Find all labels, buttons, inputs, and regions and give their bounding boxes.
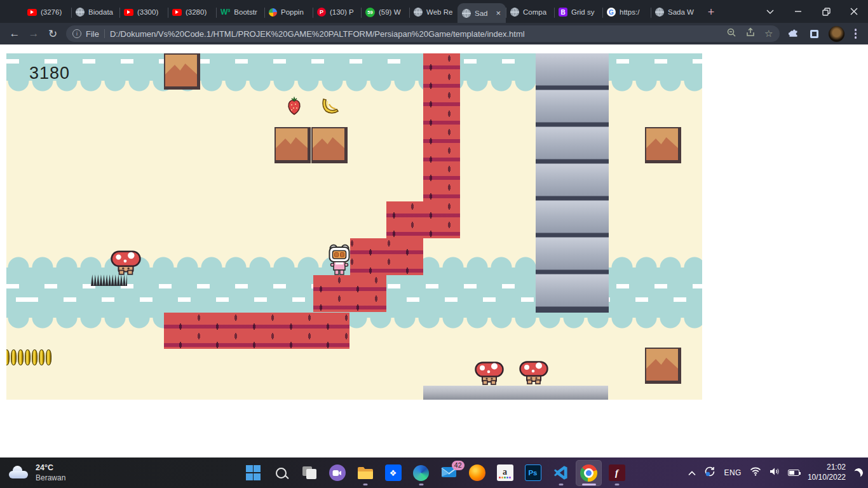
page-info-icon[interactable]: i xyxy=(72,29,81,38)
minimize-button[interactable] xyxy=(784,0,812,23)
mail-button[interactable]: 42 xyxy=(436,460,462,486)
windows-taskbar: 24°C Berawan ❖ 42 a xyxy=(0,458,868,488)
reload-button[interactable]: ↻ xyxy=(43,25,62,43)
start-button[interactable] xyxy=(240,460,266,486)
hidden-icons-chevron[interactable] xyxy=(688,467,696,478)
amazon-icon: a xyxy=(497,464,513,481)
chrome-button[interactable] xyxy=(576,460,602,486)
profile-avatar[interactable] xyxy=(829,26,844,42)
tab-youtube-3280[interactable]: (3280) xyxy=(168,1,216,23)
mushroom-enemy xyxy=(475,362,504,386)
tab-whatsapp[interactable]: 59 (59) W xyxy=(361,1,409,23)
forward-button[interactable]: → xyxy=(24,25,43,43)
weather-condition: Berawan xyxy=(36,473,65,482)
whatsapp-badge-icon: 59 xyxy=(365,8,375,17)
globe-icon xyxy=(510,8,519,17)
tab-label: Sada W xyxy=(668,8,695,16)
taskbar-clock[interactable]: 21:02 10/10/2022 xyxy=(808,463,846,482)
menu-kebab-icon[interactable] xyxy=(855,29,857,39)
tab-search-chevron-icon[interactable] xyxy=(756,0,784,23)
chrome-icon xyxy=(580,464,597,482)
url-divider xyxy=(104,29,105,38)
tab-sada-w[interactable]: Sada W xyxy=(651,1,699,23)
tab-google-fonts-poppins[interactable]: Poppin xyxy=(264,1,313,23)
globe-icon xyxy=(414,8,423,17)
tab-biodata[interactable]: Biodata xyxy=(71,1,119,23)
volume-icon[interactable] xyxy=(770,467,780,478)
wifi-icon[interactable] xyxy=(750,467,761,478)
tab-label: (3276) xyxy=(41,8,67,16)
side-panel-icon[interactable] xyxy=(810,30,818,38)
amazon-button[interactable]: a xyxy=(492,460,518,486)
system-tray: ENG 21:02 10/10/2022 xyxy=(688,463,863,482)
vscode-icon xyxy=(553,465,569,480)
battery-icon[interactable] xyxy=(788,470,799,476)
new-tab-button[interactable]: + xyxy=(703,4,719,20)
metal-pillar xyxy=(536,53,609,313)
tab-label: Web Re xyxy=(426,8,453,16)
tab-youtube-3276[interactable]: (3276) xyxy=(23,1,71,23)
game-canvas[interactable]: 3180 xyxy=(6,53,702,400)
crate-block xyxy=(164,53,200,90)
taskbar-center-icons: ❖ 42 a Ps f xyxy=(240,460,630,486)
tab-web-re[interactable]: Web Re xyxy=(409,1,458,23)
weather-widget[interactable]: 24°C Berawan xyxy=(8,463,65,482)
tab-youtube-3300[interactable]: (3300) xyxy=(119,1,168,23)
banana-item xyxy=(320,98,339,114)
tab-label: https:/ xyxy=(620,8,646,16)
tab-label: (3280) xyxy=(186,8,212,16)
gray-platform xyxy=(423,386,608,400)
clock-time: 21:02 xyxy=(808,463,846,473)
firefox-button[interactable] xyxy=(464,460,490,486)
back-button[interactable]: ← xyxy=(5,25,24,43)
youtube-icon xyxy=(27,9,37,16)
tab-close-icon[interactable]: × xyxy=(495,8,501,18)
cloud-icon xyxy=(8,466,29,479)
window-controls xyxy=(756,0,868,23)
strawberry-item xyxy=(287,97,302,116)
tab-bootstrap-grid[interactable]: B Grid sy xyxy=(554,1,602,23)
browser-tab-strip: (3276) Biodata (3300) (3280) W³ Bootstr … xyxy=(0,0,868,23)
tab-w3schools-bootstrap[interactable]: W³ Bootstr xyxy=(216,1,264,23)
zoom-icon[interactable] xyxy=(726,27,736,40)
flash-button[interactable]: f xyxy=(604,460,630,486)
search-button[interactable] xyxy=(268,460,294,486)
tab-pinterest[interactable]: P (130) P xyxy=(313,1,361,23)
mail-icon: 42 xyxy=(441,465,458,481)
restore-button[interactable] xyxy=(812,0,840,23)
dropbox-icon: ❖ xyxy=(385,464,402,481)
extensions-icon[interactable] xyxy=(789,27,800,41)
crate-block xyxy=(645,127,681,163)
photoshop-button[interactable]: Ps xyxy=(520,460,546,486)
tab-sad-active[interactable]: Sad × xyxy=(458,3,506,23)
vscode-button[interactable] xyxy=(548,460,574,486)
tab-compa[interactable]: Compa xyxy=(506,1,554,23)
share-icon[interactable] xyxy=(745,27,756,40)
language-indicator[interactable]: ENG xyxy=(724,468,742,477)
tab-label: (59) W xyxy=(379,8,405,16)
tab-google-https[interactable]: G https:/ xyxy=(602,1,651,23)
firefox-icon xyxy=(469,464,485,481)
tab-label: Biodata xyxy=(88,8,115,16)
edge-icon xyxy=(413,465,429,481)
file-explorer-button[interactable] xyxy=(352,460,378,486)
google-icon: G xyxy=(607,8,616,17)
mail-unread-badge: 42 xyxy=(452,461,465,470)
tab-label: Compa xyxy=(523,8,550,16)
update-status-icon[interactable] xyxy=(704,466,715,480)
edge-button[interactable] xyxy=(408,460,434,486)
chat-button[interactable] xyxy=(324,460,350,486)
task-view-button[interactable] xyxy=(296,460,322,486)
bookmark-star-icon[interactable]: ☆ xyxy=(764,28,773,39)
dropbox-button[interactable]: ❖ xyxy=(380,460,406,486)
brick-platform-long xyxy=(164,313,349,349)
address-bar[interactable]: i File D:/Dokumen/Vs%20Code.1/HTML/PROJE… xyxy=(66,25,780,42)
w3schools-icon: W³ xyxy=(220,8,230,17)
mushroom-enemy xyxy=(519,361,548,385)
tab-list: (3276) Biodata (3300) (3280) W³ Bootstr … xyxy=(0,0,699,23)
bootstrap-icon: B xyxy=(559,8,567,17)
url-text[interactable]: D:/Dokumen/Vs%20Code.1/HTML/PROJEK%20GAM… xyxy=(110,29,720,39)
night-mode-moon-icon[interactable] xyxy=(853,468,864,478)
close-button[interactable] xyxy=(840,0,868,23)
folder-icon xyxy=(357,466,374,480)
